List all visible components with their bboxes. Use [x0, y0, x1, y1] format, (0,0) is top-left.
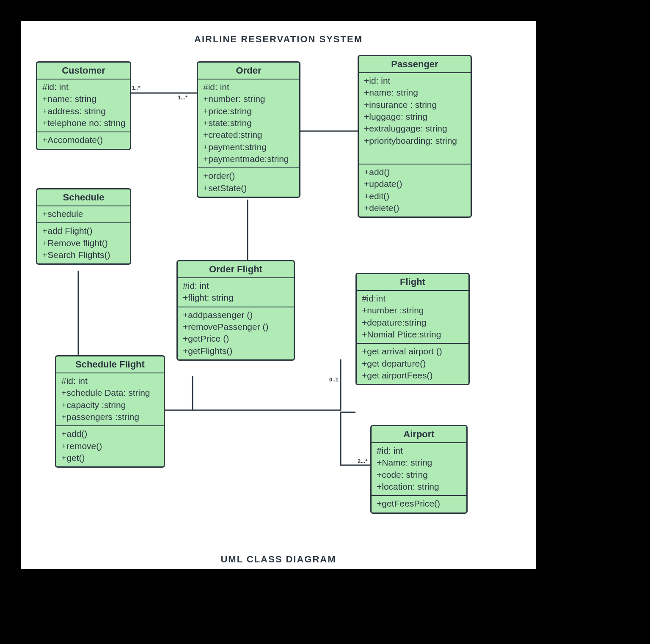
class-operations: +add Flight() +Remove flight() +Search F…	[37, 223, 130, 263]
class-operations: +order() +setState()	[198, 168, 299, 197]
class-customer: Customer #id: int +name: string +address…	[36, 61, 131, 150]
diagram-title: AIRLINE RESERVATION SYSTEM	[21, 34, 536, 45]
class-attributes: #id: int +name: string +address: string …	[37, 79, 130, 132]
class-name: Airport	[372, 426, 466, 443]
class-flight: Flight #id:int +number :string +depature…	[355, 273, 470, 385]
class-schedule-flight: Schedule Flight #id: int +schedule Data:…	[55, 355, 165, 468]
class-name: Passenger	[359, 56, 471, 73]
class-order: Order #id: int +number: string +price:st…	[197, 61, 300, 198]
mult-airport-2star: 2...*	[358, 458, 367, 464]
class-operations: +addpassenger () +removePassenger () +ge…	[178, 307, 294, 359]
class-operations: +add() +update() +edit() +delete()	[359, 164, 471, 216]
class-operations: +Accomodate()	[37, 132, 130, 148]
class-name: Flight	[357, 274, 468, 291]
class-attributes: #id: int +Name: string +code: string +lo…	[372, 443, 466, 496]
class-name: Order	[198, 63, 299, 79]
class-airport: Airport #id: int +Name: string +code: st…	[370, 425, 468, 514]
class-attributes: #id:int +number :string +depature:string…	[357, 291, 468, 344]
diagram-canvas: AIRLINE RESERVATION SYSTEM 1..* 1...* 0.…	[21, 21, 536, 569]
class-passenger: Passenger +id: int +name: string +insura…	[358, 55, 472, 218]
mult-flight-01: 0..1	[329, 376, 339, 383]
diagram-subtitle: UML CLASS DIAGRAM	[21, 554, 536, 565]
class-operations: +add() +remove() +get()	[56, 426, 164, 466]
class-name: Schedule Flight	[56, 356, 164, 373]
mult-customer-order-left: 1..*	[132, 85, 140, 91]
class-attributes: #id: int +flight: string	[178, 278, 294, 307]
class-schedule: Schedule +schedule +add Flight() +Remove…	[36, 188, 131, 265]
class-operations: +getFeesPrice()	[372, 496, 466, 512]
class-name: Schedule	[37, 189, 130, 206]
mult-customer-order-right: 1...*	[178, 94, 187, 101]
class-attributes: #id: int +number: string +price:string +…	[198, 79, 299, 168]
class-attributes: +schedule	[37, 206, 130, 223]
class-attributes: #id: int +schedule Data: string +capacit…	[56, 373, 164, 426]
class-operations: +get arrival airport () +get departure()…	[357, 344, 468, 384]
class-name: Customer	[37, 63, 130, 79]
class-order-flight: Order Flight #id: int +flight: string +a…	[176, 260, 295, 361]
class-name: Order Flight	[178, 261, 294, 278]
class-attributes: +id: int +name: string +insurance : stri…	[359, 73, 471, 164]
